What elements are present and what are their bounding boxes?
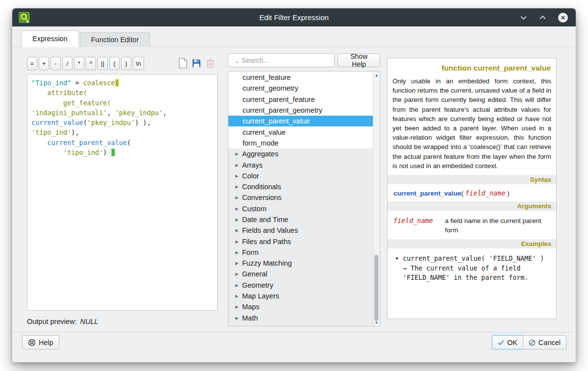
close-button[interactable]: × xyxy=(558,13,568,23)
expand-arrow-icon[interactable]: ▶ xyxy=(232,184,242,189)
code-line: 'tipo_ind'), xyxy=(31,127,213,137)
expand-arrow-icon[interactable]: ▶ xyxy=(232,294,242,298)
operator-button[interactable]: ^ xyxy=(86,57,96,70)
cancel-button[interactable]: Cancel xyxy=(523,335,566,349)
expand-arrow-icon[interactable]: ▶ xyxy=(232,304,242,309)
new-file-icon xyxy=(178,58,188,69)
function-group-item[interactable]: ▶Conditionals xyxy=(228,181,373,192)
footer-separator xyxy=(12,332,576,332)
function-group-item[interactable]: ▶Form xyxy=(228,247,373,258)
function-label: Map Layers xyxy=(242,292,279,300)
new-expression-button[interactable] xyxy=(177,58,188,69)
function-group-item[interactable]: ▶Aggregates xyxy=(228,148,373,159)
tab-expression[interactable]: Expression xyxy=(21,30,79,47)
maximize-button[interactable] xyxy=(539,15,546,20)
function-label: current_parent_geometry xyxy=(243,106,322,114)
delete-expression-button[interactable] xyxy=(205,58,216,69)
operator-button[interactable]: + xyxy=(39,57,49,70)
scroll-up-button[interactable]: ▲ xyxy=(373,72,380,78)
function-group-item[interactable]: ▶Color xyxy=(228,171,373,181)
function-label: Aggregates xyxy=(242,150,278,158)
scroll-down-button[interactable]: ▼ xyxy=(373,319,380,326)
tab-function-editor[interactable]: Function Editor xyxy=(80,32,150,47)
operator-button[interactable]: \n xyxy=(133,57,144,70)
ok-button[interactable]: OK xyxy=(492,335,523,349)
operator-button[interactable]: - xyxy=(50,57,61,70)
output-preview-value: NULL xyxy=(80,318,98,325)
function-item[interactable]: current_parent_feature xyxy=(228,94,373,105)
expand-arrow-icon[interactable]: ▶ xyxy=(232,250,242,255)
operator-button[interactable]: / xyxy=(62,57,73,70)
function-item[interactable]: current_parent_geometry xyxy=(228,105,373,116)
function-group-item[interactable]: ▶Operators xyxy=(228,323,373,326)
search-box xyxy=(228,53,335,67)
bullet-icon: • xyxy=(395,254,399,283)
function-item[interactable]: current_feature xyxy=(228,72,373,83)
search-icon xyxy=(232,57,239,64)
help-icon xyxy=(28,339,36,346)
function-item[interactable]: current_value xyxy=(228,126,373,137)
argument-row: field_name a field name in the current p… xyxy=(393,216,550,235)
expand-arrow-icon[interactable]: ▶ xyxy=(232,272,242,276)
search-input[interactable] xyxy=(242,56,330,64)
expand-arrow-icon[interactable]: ▶ xyxy=(232,261,242,266)
operator-button[interactable]: ) xyxy=(121,57,131,70)
expand-arrow-icon[interactable]: ▶ xyxy=(232,217,242,222)
function-group-item[interactable]: ▶Fuzzy Matching xyxy=(228,258,373,269)
close-icon: × xyxy=(561,14,565,21)
function-label: current_geometry xyxy=(243,84,298,92)
function-group-item[interactable]: ▶Files and Paths xyxy=(228,236,373,247)
expand-arrow-icon[interactable]: ▶ xyxy=(232,163,242,168)
expand-arrow-icon[interactable]: ▶ xyxy=(232,228,242,233)
function-label: Form xyxy=(242,248,259,256)
cancel-icon xyxy=(529,339,536,346)
titlebar[interactable]: Edit Filter Expression × xyxy=(12,8,576,26)
expand-arrow-icon[interactable]: ▶ xyxy=(232,195,242,200)
function-group-item[interactable]: ▶General xyxy=(228,269,373,279)
function-group-item[interactable]: ▶Map Layers xyxy=(228,291,373,301)
expand-arrow-icon[interactable]: ▶ xyxy=(232,239,242,244)
operator-button[interactable]: * xyxy=(74,57,84,70)
function-group-item[interactable]: ▶Date and Time xyxy=(228,214,373,225)
function-label: current_parent_value xyxy=(243,117,310,125)
function-item[interactable]: current_geometry xyxy=(228,83,373,94)
function-label: Color xyxy=(242,172,259,180)
operator-button[interactable]: = xyxy=(27,57,37,70)
code-line: "Tipo_ind" = coalesce( xyxy=(31,78,213,88)
expression-editor[interactable]: "Tipo_ind" = coalesce( attribute( get_fe… xyxy=(27,74,218,311)
function-label: General xyxy=(242,270,268,278)
function-item[interactable]: form_mode xyxy=(228,138,373,148)
scrollbar-thumb[interactable] xyxy=(374,255,378,321)
syntax-line: current_parent_value( field_name ) xyxy=(393,189,550,197)
function-label: Conditionals xyxy=(242,183,281,191)
function-group-item[interactable]: ▶Maps xyxy=(228,301,373,312)
expand-arrow-icon[interactable]: ▶ xyxy=(232,283,242,288)
function-group-item[interactable]: ▶Arrays xyxy=(228,159,373,170)
function-label: Fields and Values xyxy=(242,226,298,234)
argument-description: a field name in the current parent form xyxy=(445,216,550,235)
expand-arrow-icon[interactable]: ▶ xyxy=(232,151,242,156)
operator-button[interactable]: ( xyxy=(109,57,120,70)
code-line: 'tipo_ind') ) xyxy=(31,148,213,157)
operator-buttons: =+-/*^||()\n xyxy=(27,57,144,70)
minimize-button[interactable] xyxy=(520,15,527,20)
function-label: Date and Time xyxy=(242,216,288,223)
function-list: current_featurecurrent_geometrycurrent_p… xyxy=(228,71,380,326)
function-group-item[interactable]: ▶Geometry xyxy=(228,280,373,291)
expand-arrow-icon[interactable]: ▶ xyxy=(232,206,242,211)
function-group-item[interactable]: ▶Custom xyxy=(228,203,373,214)
operator-button[interactable]: || xyxy=(98,57,108,70)
expand-arrow-icon[interactable]: ▶ xyxy=(232,173,242,178)
help-button[interactable]: Help xyxy=(22,335,59,349)
function-group-item[interactable]: ▶Conversions xyxy=(228,192,373,203)
function-label: Operators xyxy=(242,325,273,326)
function-group-item[interactable]: ▶Math xyxy=(228,313,373,323)
expand-arrow-icon[interactable]: ▶ xyxy=(232,316,242,321)
function-help-panel: function current_parent_value Only usabl… xyxy=(387,58,557,319)
show-help-button[interactable]: Show Help xyxy=(338,53,380,67)
save-expression-button[interactable] xyxy=(191,58,202,69)
function-label: current_parent_feature xyxy=(243,96,315,103)
function-group-item[interactable]: ▶Fields and Values xyxy=(228,225,373,236)
function-list-scrollbar[interactable]: ▲ ▼ xyxy=(373,72,380,326)
function-item[interactable]: current_parent_value xyxy=(228,116,373,126)
